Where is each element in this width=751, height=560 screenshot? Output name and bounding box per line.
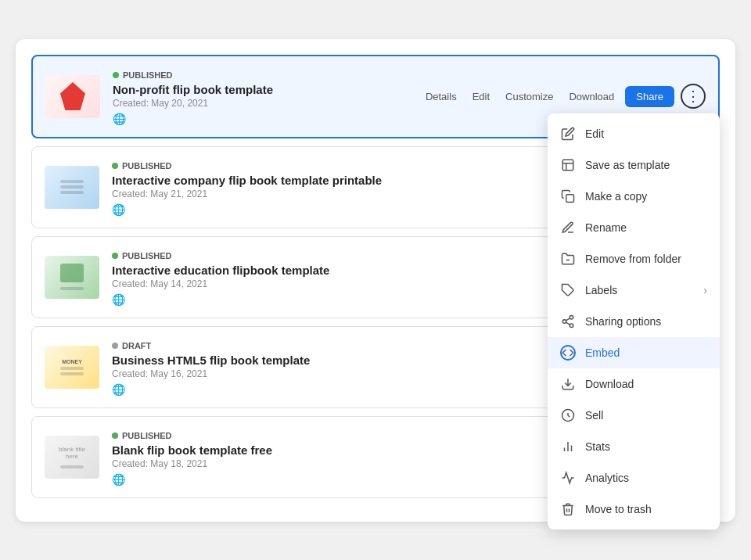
book-title: Interactive education flipbook template — [112, 264, 564, 277]
globe-icon: 🌐 — [112, 203, 125, 216]
svg-rect-3 — [566, 194, 574, 202]
book-thumbnail: MONEY — [45, 346, 99, 389]
remove-folder-icon — [560, 251, 576, 267]
book-date: Created: May 18, 2021 — [112, 458, 564, 469]
book-date: Created: May 21, 2021 — [112, 188, 564, 199]
menu-item-make-copy[interactable]: Make a copy — [548, 181, 720, 212]
edit-icon — [560, 126, 576, 142]
menu-item-stats[interactable]: Stats — [548, 431, 720, 462]
svg-line-9 — [566, 322, 570, 325]
status-label: PUBLISHED — [122, 251, 172, 260]
menu-item-label: Move to trash — [585, 503, 707, 515]
menu-item-label: Download — [585, 378, 707, 390]
embed-icon — [560, 345, 576, 361]
save-template-icon — [560, 157, 576, 173]
menu-item-label: Stats — [585, 440, 707, 453]
menu-item-rename[interactable]: Rename — [548, 212, 720, 243]
status-label: PUBLISHED — [122, 161, 172, 171]
status-badge: PUBLISHED — [112, 161, 172, 171]
globe-icon: 🌐 — [112, 293, 125, 306]
svg-point-7 — [562, 319, 566, 323]
book-info: PUBLISHED Interactive education flipbook… — [112, 248, 564, 307]
share-button[interactable]: Share — [625, 86, 674, 107]
analytics-icon — [560, 470, 576, 486]
menu-item-label: Sharing options — [585, 315, 707, 328]
book-title: Blank flip book template free — [112, 443, 564, 457]
menu-item-label: Embed — [585, 346, 707, 359]
book-title: Non-profit flip book template — [113, 83, 421, 96]
book-date: Created: May 14, 2021 — [112, 278, 564, 289]
menu-item-label: Make a copy — [585, 190, 707, 203]
menu-item-sharing[interactable]: Sharing options — [548, 306, 720, 337]
labels-icon — [560, 282, 576, 298]
globe-icon: 🌐 — [112, 383, 125, 396]
book-actions: Details Edit Customize Download Share ⋮ — [421, 84, 706, 109]
details-link[interactable]: Details — [421, 88, 462, 106]
make-copy-icon — [560, 188, 576, 204]
status-badge: PUBLISHED — [112, 251, 172, 260]
trash-icon — [560, 501, 576, 517]
menu-item-embed[interactable]: Embed — [548, 337, 720, 368]
status-label: DRAFT — [122, 341, 151, 350]
status-dot — [112, 343, 118, 349]
menu-item-label: Save as template — [585, 159, 707, 171]
status-badge: DRAFT — [112, 341, 151, 350]
book-info: PUBLISHED Non-profit flip book template … — [113, 67, 421, 126]
menu-item-label: Sell — [585, 409, 707, 422]
customize-link[interactable]: Customize — [501, 88, 558, 106]
status-badge: PUBLISHED — [113, 70, 173, 80]
book-info: DRAFT Business HTML5 flip book template … — [112, 338, 564, 397]
book-thumbnail — [45, 256, 99, 299]
svg-point-8 — [570, 324, 573, 328]
status-label: PUBLISHED — [123, 70, 173, 80]
download-menu-icon — [560, 376, 576, 392]
menu-item-label: Labels — [585, 284, 694, 296]
context-menu: Edit Save as template Make a copy Rename… — [548, 113, 720, 529]
book-thumbnail: blank title here — [45, 436, 99, 479]
book-title: Business HTML5 flip book template — [112, 354, 564, 367]
book-info: PUBLISHED Blank flip book template free … — [112, 428, 564, 486]
edit-link[interactable]: Edit — [468, 88, 494, 106]
menu-item-remove-folder[interactable]: Remove from folder — [548, 243, 720, 275]
book-thumbnail — [45, 166, 99, 209]
more-button[interactable]: ⋮ — [681, 84, 706, 109]
status-badge: PUBLISHED — [112, 431, 172, 440]
svg-point-6 — [570, 315, 573, 319]
menu-item-labels[interactable]: Labels › — [548, 275, 720, 306]
main-container: PUBLISHED Non-profit flip book template … — [16, 39, 735, 522]
svg-line-10 — [566, 318, 570, 320]
status-label: PUBLISHED — [122, 431, 172, 440]
menu-item-label: Analytics — [585, 472, 707, 484]
chevron-right-icon: › — [703, 284, 707, 296]
menu-item-save-template[interactable]: Save as template — [548, 149, 720, 181]
status-dot — [112, 163, 118, 169]
book-thumbnail — [45, 75, 100, 118]
status-dot — [112, 253, 118, 259]
rename-icon — [560, 220, 576, 235]
sell-icon — [560, 407, 576, 423]
status-dot — [113, 72, 119, 78]
menu-item-label: Edit — [585, 127, 707, 140]
globe-icon: 🌐 — [113, 113, 126, 125]
svg-rect-0 — [562, 160, 573, 171]
globe-icon: 🌐 — [112, 473, 125, 486]
menu-item-label: Remove from folder — [585, 253, 707, 265]
status-dot — [112, 433, 118, 439]
menu-item-edit[interactable]: Edit — [548, 118, 720, 149]
menu-item-label: Rename — [585, 221, 707, 234]
stats-icon — [560, 439, 576, 454]
book-info: PUBLISHED Interactive company flip book … — [112, 158, 564, 217]
sharing-icon — [560, 314, 576, 329]
menu-item-analytics[interactable]: Analytics — [548, 462, 720, 494]
menu-item-download-menu[interactable]: Download — [548, 368, 720, 400]
download-link[interactable]: Download — [564, 88, 619, 106]
menu-item-trash[interactable]: Move to trash — [548, 494, 720, 525]
menu-item-sell[interactable]: Sell — [548, 400, 720, 431]
book-date: Created: May 20, 2021 — [113, 98, 421, 109]
book-date: Created: May 16, 2021 — [112, 368, 564, 379]
book-title: Interactive company flip book template p… — [112, 174, 564, 187]
